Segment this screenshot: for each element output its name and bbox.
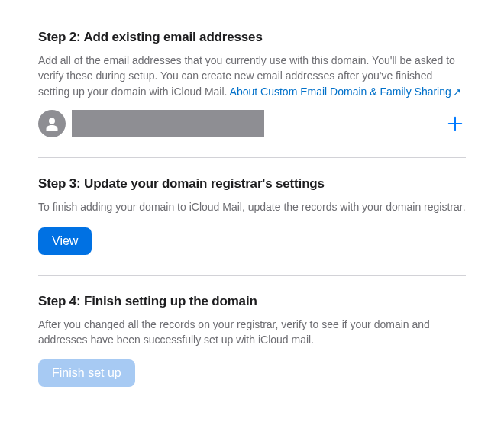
about-custom-domain-link[interactable]: About Custom Email Domain & Family Shari… xyxy=(230,85,461,98)
finish-setup-button[interactable]: Finish set up xyxy=(38,359,135,387)
step-3-title: Step 3: Update your domain registrar's s… xyxy=(38,176,466,192)
step-2-section: Step 2: Add existing email addresses Add… xyxy=(38,11,466,157)
step-4-title: Step 4: Finish setting up the domain xyxy=(38,294,466,309)
svg-point-0 xyxy=(49,118,55,124)
email-address-redacted xyxy=(72,110,264,137)
view-button[interactable]: View xyxy=(38,227,92,255)
step-4-section: Step 4: Finish setting up the domain Aft… xyxy=(38,276,466,408)
add-email-button[interactable] xyxy=(444,113,466,134)
external-link-icon: ↗ xyxy=(453,86,461,98)
step-2-description: Add all of the email addresses that you … xyxy=(38,53,466,99)
step-4-description: After you changed all the records on you… xyxy=(38,317,466,348)
email-entry-row xyxy=(38,110,466,137)
step-3-description: To finish adding your domain to iCloud M… xyxy=(38,199,466,214)
step-2-title: Step 2: Add existing email addresses xyxy=(38,30,466,45)
person-avatar-icon xyxy=(38,110,66,137)
step-3-section: Step 3: Update your domain registrar's s… xyxy=(38,158,466,274)
